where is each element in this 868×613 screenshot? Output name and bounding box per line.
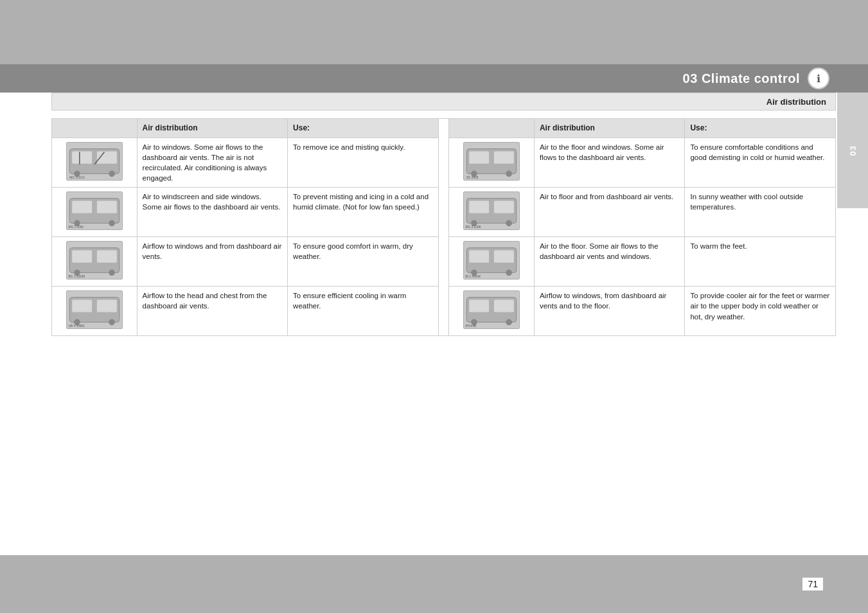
- right-use-cell-2: In sunny weather with cool outside tempe…: [685, 188, 836, 237]
- svg-point-5: [109, 170, 115, 177]
- right-use-cell-4: To provide cooler air for the feet or wa…: [685, 287, 836, 336]
- svg-rect-54: [494, 300, 514, 312]
- car-diagram-1: MG LOGO: [66, 142, 123, 181]
- table-row: UB 4 45981 Airflow to the head and chest…: [52, 287, 836, 336]
- spacer-1: [438, 138, 449, 187]
- spacer-3: [438, 237, 449, 287]
- svg-rect-2: [72, 151, 92, 163]
- left-desc-cell-1: Air to windows. Some air flows to the da…: [137, 138, 288, 187]
- svg-text:B2 2808: B2 2808: [466, 176, 478, 179]
- svg-rect-33: [97, 251, 117, 263]
- left-desc-col-header: Air distribution: [137, 119, 288, 138]
- side-tab-label: 03: [848, 145, 858, 155]
- left-use-col-header: Use:: [288, 119, 439, 138]
- svg-point-42: [506, 270, 512, 276]
- svg-text:MG LOGO: MG LOGO: [69, 176, 84, 179]
- svg-rect-47: [97, 300, 117, 312]
- chapter-icon: ℹ: [808, 67, 829, 89]
- right-desc-cell-2: Air to floor and from dashboard air vent…: [534, 188, 685, 237]
- table-row: MG 2 2081 Air to windscreen and side win…: [52, 188, 836, 237]
- svg-rect-40: [494, 251, 514, 263]
- car-diagram-r2: MG 3 2288: [463, 191, 520, 230]
- air-distribution-table: Air distribution Air distribution Air di…: [51, 118, 836, 336]
- svg-rect-39: [469, 251, 489, 263]
- left-img-cell-3: BG 1 20288: [52, 237, 137, 287]
- chapter-title: 03 Climate control: [683, 71, 800, 86]
- left-desc-cell-4: Airflow to the head and chest from the d…: [137, 287, 288, 336]
- right-desc-cell-3: Air to the floor. Some air flows to the …: [534, 237, 685, 287]
- svg-rect-46: [72, 300, 92, 312]
- table-row: MG LOGO Air to windows. Some air flows t…: [52, 138, 836, 187]
- svg-text:8T044B: 8T044B: [466, 324, 477, 328]
- side-tab: 03: [837, 93, 868, 208]
- svg-rect-32: [72, 251, 92, 263]
- svg-point-56: [506, 319, 512, 326]
- right-img-cell-4: 8T044B: [449, 287, 535, 336]
- left-use-cell-2: To prevent misting and icing in a cold a…: [288, 188, 439, 237]
- page-number: 71: [802, 578, 823, 591]
- table-row: BG 1 20288 Airflow to windows and from d…: [52, 237, 836, 287]
- left-desc-cell-2: Air to windscreen and side windows. Some…: [137, 188, 288, 237]
- section-title-bar: Air distribution: [51, 93, 836, 111]
- right-img-cell-2: MG 3 2288: [449, 188, 535, 237]
- car-diagram-4: UB 4 45981: [66, 290, 123, 329]
- svg-text:MG 2 2081: MG 2 2081: [68, 226, 84, 229]
- svg-point-49: [109, 319, 115, 326]
- car-diagram-3: BG 1 20288: [66, 241, 123, 280]
- right-desc-col-header: Air distribution: [534, 119, 685, 138]
- spacer-4: [438, 287, 449, 336]
- svg-point-14: [506, 170, 512, 177]
- left-desc-cell-3: Airflow to windows and from dashboard ai…: [137, 237, 288, 287]
- right-use-col-header: Use:: [685, 119, 836, 138]
- svg-rect-18: [72, 201, 92, 213]
- spacer-col-header: [438, 119, 449, 138]
- car-diagram-r4: 8T044B: [463, 290, 520, 329]
- car-diagram-r3: BI 1 49548: [463, 241, 520, 280]
- left-use-cell-3: To ensure good comfort in warm, dry weat…: [288, 237, 439, 287]
- left-img-cell-2: MG 2 2081: [52, 188, 137, 237]
- svg-rect-12: [494, 151, 514, 163]
- right-desc-cell-1: Air to the floor and windows. Some air f…: [534, 138, 685, 187]
- svg-text:UB 4 45981: UB 4 45981: [68, 324, 85, 328]
- svg-point-35: [109, 270, 115, 276]
- left-use-cell-4: To ensure efficient cooling in warm weat…: [288, 287, 439, 336]
- left-img-col-header: [52, 119, 137, 138]
- svg-rect-26: [494, 201, 514, 213]
- chapter-title-bar: 03 Climate control ℹ: [0, 64, 868, 93]
- svg-text:MG 3 2288: MG 3 2288: [466, 226, 481, 229]
- svg-rect-11: [469, 151, 489, 163]
- right-desc-cell-4: Airflow to windows, from dashboard air v…: [534, 287, 685, 336]
- bottom-bar: 71: [0, 555, 868, 613]
- right-img-cell-1: B2 2808: [449, 138, 535, 187]
- svg-rect-25: [469, 201, 489, 213]
- right-use-cell-3: To warm the feet.: [685, 237, 836, 287]
- svg-rect-19: [97, 201, 117, 213]
- left-img-cell-4: UB 4 45981: [52, 287, 137, 336]
- svg-point-21: [109, 220, 115, 227]
- main-content: Air distribution Air distribution Air di…: [51, 118, 836, 549]
- top-bar: [0, 0, 868, 64]
- left-img-cell-1: MG LOGO: [52, 138, 137, 187]
- spacer-2: [438, 188, 449, 237]
- right-img-cell-3: BI 1 49548: [449, 237, 535, 287]
- car-diagram-r1: B2 2808: [463, 142, 520, 181]
- right-img-col-header: [449, 119, 535, 138]
- info-icon: ℹ: [817, 73, 820, 85]
- svg-rect-53: [469, 300, 489, 312]
- left-use-cell-1: To remove ice and misting quickly.: [288, 138, 439, 187]
- svg-text:BG 1 20288: BG 1 20288: [68, 275, 85, 278]
- column-header-row: Air distribution Use: Air distribution U…: [52, 119, 836, 138]
- svg-text:BI 1 49548: BI 1 49548: [466, 275, 481, 278]
- section-title: Air distribution: [766, 97, 826, 107]
- right-use-cell-1: To ensure comfortable conditions and goo…: [685, 138, 836, 187]
- svg-point-28: [506, 220, 512, 227]
- car-diagram-2: MG 2 2081: [66, 191, 123, 230]
